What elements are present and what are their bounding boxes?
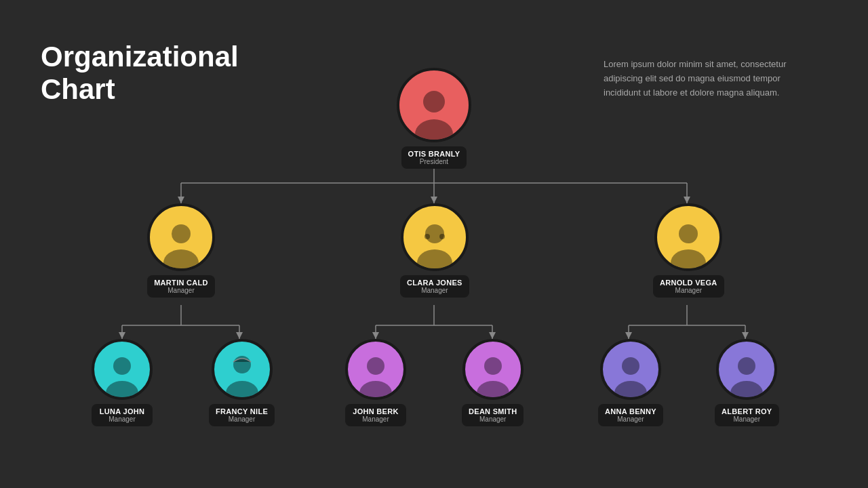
svg-point-32 xyxy=(425,234,430,239)
description-text: Lorem ipsum dolor minim sit amet, consec… xyxy=(604,58,814,100)
svg-point-33 xyxy=(439,234,445,239)
svg-point-26 xyxy=(423,91,445,113)
svg-marker-22 xyxy=(372,332,379,339)
svg-point-36 xyxy=(113,357,131,375)
svg-point-27 xyxy=(415,119,453,141)
svg-point-31 xyxy=(417,249,452,270)
svg-marker-24 xyxy=(625,332,632,339)
node-clara-jones: CLARA JONES Manager xyxy=(400,203,469,298)
svg-point-39 xyxy=(226,381,258,399)
node-president: OTIS BRANLY President xyxy=(397,68,471,169)
page-title: OrganizationalChart xyxy=(41,41,239,106)
svg-marker-18 xyxy=(431,197,437,203)
svg-point-28 xyxy=(172,224,191,243)
svg-point-44 xyxy=(622,357,639,375)
node-dean-smith: DEAN SMITH Manager xyxy=(462,339,524,426)
node-john-berk: JOHN BERK Manager xyxy=(345,339,406,426)
svg-point-43 xyxy=(477,381,509,399)
svg-point-35 xyxy=(671,249,706,270)
svg-marker-23 xyxy=(489,332,496,339)
svg-point-46 xyxy=(738,357,755,375)
node-luna-john: LUNA JOHN Manager xyxy=(92,339,153,426)
node-martin-cald: MARTIN CALD Manager xyxy=(147,203,215,298)
svg-point-40 xyxy=(367,357,384,375)
svg-point-41 xyxy=(359,381,392,399)
svg-point-45 xyxy=(614,381,647,399)
svg-marker-17 xyxy=(178,197,184,203)
svg-marker-19 xyxy=(684,197,690,203)
svg-marker-21 xyxy=(236,332,243,339)
svg-marker-25 xyxy=(742,332,749,339)
svg-point-29 xyxy=(163,249,199,270)
node-francy-nile: FRANCY NILE Manager xyxy=(209,339,275,426)
node-arnold-vega: ARNOLD VEGA Manager xyxy=(653,203,724,298)
svg-point-37 xyxy=(106,381,138,399)
svg-point-47 xyxy=(730,381,763,399)
node-anna-benny: ANNA BENNY Manager xyxy=(598,339,663,426)
node-albert-roy: ALBERT ROY Manager xyxy=(715,339,779,426)
svg-point-34 xyxy=(679,224,698,243)
svg-point-30 xyxy=(425,224,444,243)
svg-point-42 xyxy=(484,357,502,375)
svg-marker-20 xyxy=(119,332,125,339)
